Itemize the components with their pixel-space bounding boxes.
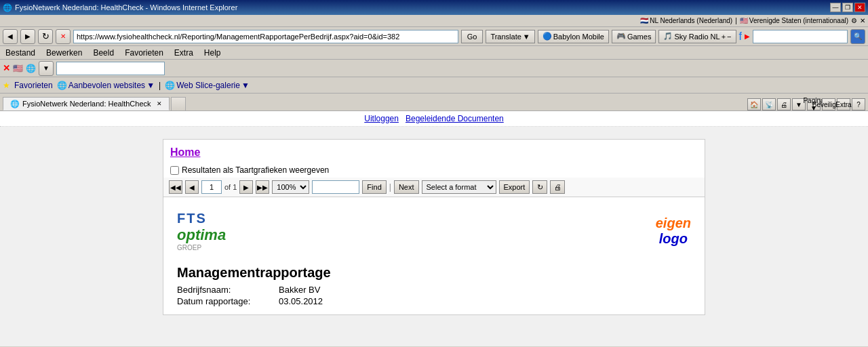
language-bar: 🇳🇱 NL Nederlands (Nederland) | 🇺🇸 Vereni… [0,15,868,27]
next-find-button[interactable]: Next [394,180,419,194]
tab-label: FysioNetwerk Nederland: HealthCheck [22,100,151,108]
search-icon: 🔍 [854,33,862,40]
tab-bar: 🌐 FysioNetwerk Nederland: HealthCheck ✕ … [0,94,868,111]
toolbar2: ✕ 🇺🇸 🌐 ▼ [0,60,868,77]
window-title: FysioNetwerk Nederland: HealthCheck - Wi… [15,3,237,12]
translate-arrow-icon: ▼ [523,33,530,41]
export-button[interactable]: Export [499,180,530,194]
settings-icon[interactable]: ⚙ [851,17,857,24]
menu-favorieten[interactable]: Favorieten [122,47,166,58]
fts-top-text: FTS [177,211,226,226]
datum-value: 03.05.2012 [279,296,323,306]
games-icon: 🎮 [616,32,626,41]
zoom-select[interactable]: 100% 50% 75% 125% 150% 200% [272,180,309,194]
back-button[interactable]: ◀ [3,29,18,44]
favorieten-label[interactable]: Favorieten [14,81,53,90]
lang-separator: | [735,17,737,24]
address-input[interactable] [73,30,458,43]
lang-intl[interactable]: 🇺🇸 Verenigde Staten (internationaal) [740,17,848,24]
games-button[interactable]: 🎮 Games [612,30,656,43]
menu-help[interactable]: Help [201,47,224,58]
menu-extra[interactable]: Extra [172,47,196,58]
minimize-button[interactable]: — [830,3,841,12]
documenten-link[interactable]: Begeleidende Documenten [406,114,504,123]
skyradio-button[interactable]: 🎵 Sky Radio NL + − [658,30,736,43]
home-link[interactable]: Home [163,140,705,163]
babylon-label: Babylon Mobile [553,33,604,41]
fts-logo: FTS optima GROEP [177,211,226,251]
star-icon: ★ [3,81,10,90]
tab-tools: 🏠 📡 🖨 ▼ Pagina ▼ Beveiliging Extra ? [747,98,865,110]
eigen-text: eigen [656,216,691,231]
right-tools: 🎮 Games 🎵 Sky Radio NL + − f ▶ 🔍 [612,29,865,44]
menu-bar: Bestand Bewerken Beeld Favorieten Extra … [0,46,868,60]
refresh-report-button[interactable]: ↻ [532,180,547,194]
bedrijfsnaam-value: Bakker BV [279,285,320,295]
print-btn[interactable]: 🖨 [777,98,791,110]
lang-nl[interactable]: 🇳🇱 NL Nederlands (Nederland) [640,17,732,24]
uitloggen-link[interactable]: Uitloggen [364,114,399,123]
title-bar: 🌐 FysioNetwerk Nederland: HealthCheck - … [0,0,868,15]
babylon-button[interactable]: 🔵 Babylon Mobile [538,30,609,43]
ie-suggested-icon: 🌐 [57,81,67,90]
toolbar-search-input[interactable] [56,62,165,75]
suggested-link[interactable]: 🌐 Aanbevolen websites ▼ [57,81,155,90]
top-nav: Uitloggen Begeleidende Documenten [0,111,868,127]
rss-btn[interactable]: 📡 [762,98,776,110]
eigen-logo: eigen logo [656,216,691,247]
report-container: Home Resultaten als Taartgrafieken weerg… [163,139,705,315]
flag-nl-icon: 🇳🇱 [640,17,648,24]
datum-field: Datum rapportage: 03.05.2012 [177,296,691,306]
address-bar: ◀ ▶ ↻ ✕ Go Translate ▼ 🔵 Babylon Mobile … [0,27,868,46]
report-toolbar: ◀◀ ◀ of 1 ▶ ▶▶ 100% 50% 75% 125% 150% 20… [163,178,705,197]
menu-bewerken[interactable]: Bewerken [43,47,85,58]
find-button[interactable]: Find [362,180,386,194]
find-separator: | [389,182,391,192]
tab-new[interactable] [171,97,186,110]
taartgrafiek-checkbox[interactable] [170,166,179,175]
datum-label: Datum rapportage: [177,296,272,306]
refresh-button[interactable]: ↻ [38,29,53,44]
home-icon-btn[interactable]: 🏠 [747,98,761,110]
page-of-label: of 1 [224,183,237,191]
skyradio-icon: 🎵 [663,32,673,41]
ie-webslice-icon: 🌐 [165,81,175,90]
translate-button[interactable]: Translate ▼ [486,30,534,43]
report-title: Managementrapportage [177,265,691,281]
suggested-arrow-icon: ▼ [146,81,155,90]
page-number-input[interactable] [201,180,222,194]
skyradio-plus: + [722,33,726,41]
restore-button[interactable]: ❐ [842,3,853,12]
menu-bestand[interactable]: Bestand [3,47,38,58]
last-page-button[interactable]: ▶▶ [256,180,269,194]
find-input[interactable] [312,180,359,194]
bedrijfsnaam-label: Bedrijfsnaam: [177,285,272,295]
print-report-button[interactable]: 🖨 [550,180,565,194]
webslice-link[interactable]: 🌐 Web Slice-galerie ▼ [165,81,250,90]
stop-x-button[interactable]: ✕ [3,63,10,73]
close-button[interactable]: ✕ [854,3,865,12]
format-select[interactable]: Select a format XML CSV PDF MHTML Excel … [422,180,496,194]
help-btn[interactable]: ? [852,98,865,110]
tab-healthcheck[interactable]: 🌐 FysioNetwerk Nederland: HealthCheck ✕ [3,97,170,110]
prev-page-button[interactable]: ◀ [185,180,199,194]
youtube-icon: ▶ [745,33,750,40]
content-area: Uitloggen Begeleidende Documenten Home R… [0,111,868,346]
search-button[interactable]: 🔍 [850,29,865,44]
forward-button[interactable]: ▶ [20,29,35,44]
first-page-button[interactable]: ◀◀ [169,180,182,194]
flag-us-icon: 🇺🇸 [740,17,748,24]
go-button[interactable]: Go [461,30,484,43]
tab-close-icon[interactable]: ✕ [157,100,162,107]
facebook-icon: f [739,30,742,43]
next-page-button[interactable]: ▶ [239,180,253,194]
report-body: FTS optima GROEP eigen logo Managementra… [163,197,705,314]
tools-btn[interactable]: Extra [837,98,850,110]
dropdown-button[interactable]: ▼ [39,61,54,76]
security-btn[interactable]: Beveiliging [822,98,835,110]
logo-text: logo [656,231,691,247]
search-input[interactable] [753,30,848,43]
menu-beeld[interactable]: Beeld [90,47,117,58]
favorites-bar: ★ Favorieten 🌐 Aanbevolen websites ▼ | 🌐… [0,77,868,94]
stop-button[interactable]: ✕ [56,29,71,44]
